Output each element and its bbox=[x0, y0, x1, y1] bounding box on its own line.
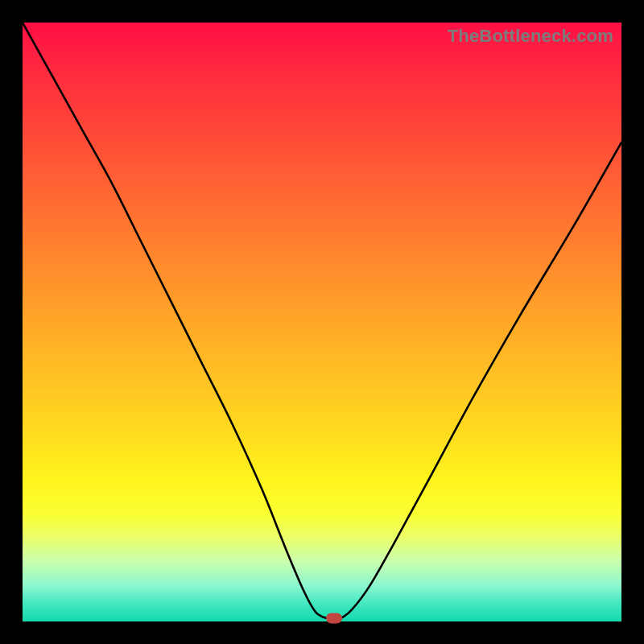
optimal-point-marker bbox=[326, 613, 342, 624]
bottleneck-curve bbox=[23, 23, 621, 621]
plot-area: TheBottleneck.com bbox=[23, 23, 621, 621]
chart-frame: TheBottleneck.com bbox=[0, 0, 644, 644]
